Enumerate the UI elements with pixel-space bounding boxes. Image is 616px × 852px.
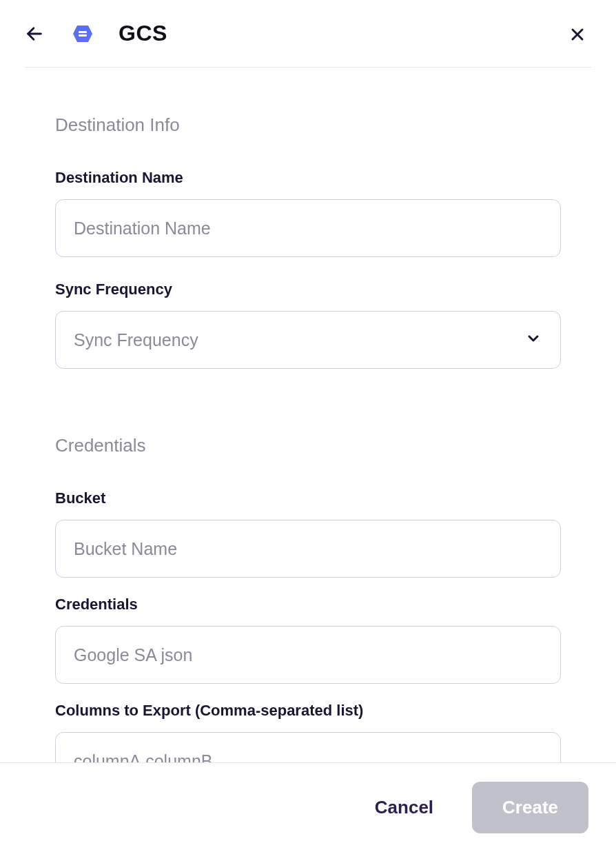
bucket-label: Bucket [55,489,561,507]
section-title-destination-info: Destination Info [55,114,561,136]
close-icon[interactable] [568,25,587,44]
back-arrow-icon[interactable] [25,24,44,43]
sync-frequency-select-wrapper: Sync Frequency [55,311,561,369]
destination-name-label: Destination Name [55,169,561,187]
create-button[interactable]: Create [472,782,588,833]
gcs-logo-icon [72,23,94,45]
field-group-columns-to-export: Columns to Export (Comma-separated list) [55,702,561,768]
content-area: Destination Info Destination Name Sync F… [0,68,616,768]
header: GCS [0,0,616,67]
field-group-bucket: Bucket [55,489,561,578]
svg-rect-2 [79,31,87,33]
footer: Cancel Create [0,762,616,852]
sync-frequency-select[interactable]: Sync Frequency [55,311,561,369]
page-title: GCS [119,21,167,46]
credentials-input[interactable] [55,626,561,684]
credentials-label: Credentials [55,596,561,613]
columns-to-export-label: Columns to Export (Comma-separated list) [55,702,561,720]
svg-marker-1 [73,26,92,42]
svg-rect-3 [79,34,87,37]
destination-name-input[interactable] [55,199,561,257]
field-group-credentials: Credentials [55,596,561,684]
bucket-input[interactable] [55,520,561,578]
section-title-credentials: Credentials [55,435,561,456]
sync-frequency-label: Sync Frequency [55,281,561,298]
cancel-button[interactable]: Cancel [358,789,450,826]
field-group-sync-frequency: Sync Frequency Sync Frequency [55,281,561,369]
field-group-destination-name: Destination Name [55,169,561,257]
